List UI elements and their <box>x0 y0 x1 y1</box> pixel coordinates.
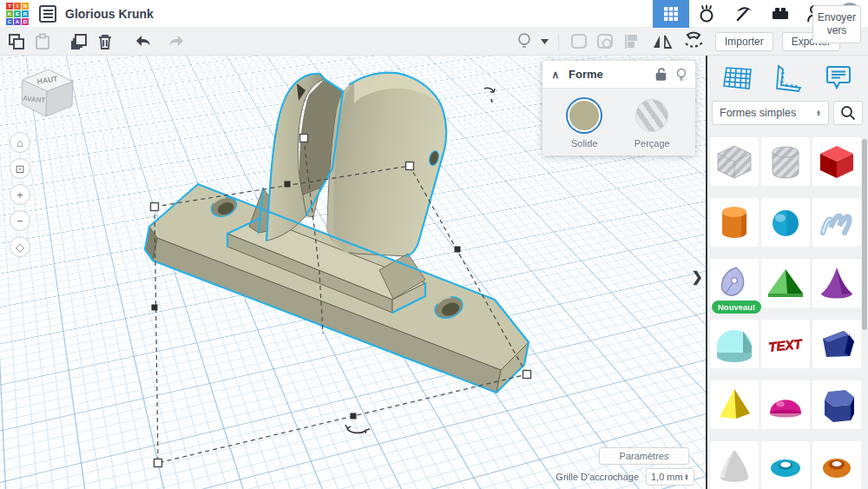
copy-button[interactable] <box>3 30 30 53</box>
send-to-button[interactable]: Envoyer vers <box>812 5 861 43</box>
logo-tile: E <box>14 10 21 17</box>
inspector-title: Forme <box>569 68 650 81</box>
shape-category-select[interactable]: Formes simples ▲▼ <box>712 101 829 125</box>
settings-button[interactable]: Paramètres <box>599 447 689 465</box>
svg-text:TEXT: TEXT <box>767 336 804 354</box>
lock-icon[interactable] <box>650 68 671 81</box>
shape-tile-half-sphere[interactable] <box>761 380 810 429</box>
notes-tool[interactable] <box>821 63 856 94</box>
logo-tile: R <box>22 10 29 17</box>
shape-tile-scribble[interactable] <box>812 198 861 247</box>
shape-tile-forme-libre[interactable]: Nouveau! <box>710 259 759 307</box>
zoom-in-button[interactable]: + <box>10 184 30 205</box>
paste-button[interactable] <box>30 30 56 53</box>
tinkercad-logo[interactable]: TINKERCAD <box>6 3 29 25</box>
ruler-tool[interactable] <box>771 63 806 94</box>
group-button[interactable] <box>566 30 592 53</box>
mirror-button[interactable] <box>649 30 675 53</box>
search-button[interactable] <box>833 101 863 125</box>
3d-viewport[interactable]: HAUT AVANT ⌂ ⊡ + − ◇ ∧ Forme <box>0 56 707 489</box>
ungroup-button[interactable] <box>592 30 618 53</box>
shape-tile-cylinder[interactable] <box>710 198 759 247</box>
design-title: Glorious Krunk <box>65 7 154 21</box>
fit-view-button[interactable]: ⊡ <box>10 158 30 179</box>
shape-tile-torus[interactable] <box>761 441 810 489</box>
sim-lab-icon <box>698 4 717 23</box>
bulb-icon[interactable] <box>671 68 692 82</box>
shape-tile-cylinder-hole[interactable] <box>761 137 810 186</box>
minecraft-export-button[interactable] <box>726 0 762 28</box>
collapse-sidebar-handle[interactable]: ❯ <box>692 268 703 285</box>
hole-option[interactable]: Perçage <box>635 99 670 149</box>
brick-export-button[interactable] <box>762 0 799 28</box>
logo-tile: I <box>14 3 21 10</box>
logo-tile: A <box>14 18 21 25</box>
shapes-sidebar: Formes simples ▲▼ Nouveau!TEXT <box>708 56 868 489</box>
select-carets-icon: ▲▼ <box>684 473 689 480</box>
workplane-tool[interactable] <box>720 63 755 94</box>
design-menu-icon[interactable] <box>39 5 56 23</box>
shape-tile-sphere[interactable] <box>761 198 810 247</box>
shape-tile-roof[interactable] <box>761 259 810 307</box>
logo-tile: T <box>6 3 13 10</box>
collapse-panel-icon[interactable]: ∧ <box>542 69 569 81</box>
shape-tile-box[interactable] <box>812 137 861 186</box>
app-header: TINKERCAD Glorious Krunk <box>0 0 868 28</box>
snap-grid-label: Grille D'accrochage <box>556 472 639 482</box>
logo-tile: D <box>22 18 29 25</box>
pickaxe-icon <box>734 4 753 23</box>
brick-icon <box>771 4 790 23</box>
shape-gallery: Nouveau!TEXT <box>710 137 861 489</box>
solid-option[interactable]: Solide <box>568 99 601 149</box>
logo-tile: N <box>22 3 29 10</box>
sim-lab-button[interactable] <box>689 0 726 28</box>
view-cube[interactable]: HAUT AVANT <box>14 63 80 123</box>
shape-tile-round-roof[interactable] <box>710 320 759 368</box>
import-button[interactable]: Importer <box>715 32 773 51</box>
align-button[interactable] <box>618 30 644 53</box>
shape-tile-text[interactable]: TEXT <box>761 320 810 368</box>
panel-divider <box>706 56 707 489</box>
shape-tile-paraboloid[interactable] <box>710 441 759 489</box>
rotate-handle-top[interactable] <box>484 88 495 102</box>
redo-button[interactable] <box>163 30 189 53</box>
logo-tile: K <box>6 10 13 17</box>
zoom-out-button[interactable]: − <box>10 210 30 231</box>
new-badge: Nouveau! <box>712 301 761 314</box>
shape-tile-polygon[interactable] <box>812 320 861 368</box>
shape-inspector: ∧ Forme Solide <box>542 61 695 155</box>
model-3d[interactable] <box>145 72 529 393</box>
rotate-handle-bottom[interactable] <box>345 425 370 433</box>
magnet-snap-button[interactable] <box>681 30 707 53</box>
edit-toolbar: Importer Exporter <box>0 28 868 56</box>
select-carets-icon: ▲▼ <box>816 109 821 116</box>
gallery-scrollbar[interactable] <box>862 139 867 330</box>
solid-swatch <box>568 99 601 132</box>
logo-tile: C <box>6 18 13 25</box>
duplicate-button[interactable] <box>66 30 92 53</box>
shape-tile-torus-thick[interactable] <box>812 441 861 489</box>
delete-button[interactable] <box>92 30 118 53</box>
shape-tile-box-hole[interactable] <box>710 137 759 186</box>
shape-tile-pyramid[interactable] <box>710 380 759 429</box>
search-icon <box>840 105 856 121</box>
3d-editor-button[interactable] <box>653 0 689 28</box>
hole-swatch <box>635 99 668 132</box>
perspective-toggle-button[interactable]: ◇ <box>10 236 30 257</box>
home-view-button[interactable]: ⌂ <box>10 132 30 153</box>
show-hide-caret[interactable] <box>537 30 551 53</box>
snap-grid-select[interactable]: 1,0 mm ▲▼ <box>646 468 694 486</box>
shape-tile-prism[interactable] <box>812 380 861 429</box>
undo-button[interactable] <box>130 30 156 53</box>
grid-blocks-icon <box>664 7 678 21</box>
show-hide-button[interactable] <box>511 30 537 53</box>
shape-tile-cone[interactable] <box>812 259 861 307</box>
